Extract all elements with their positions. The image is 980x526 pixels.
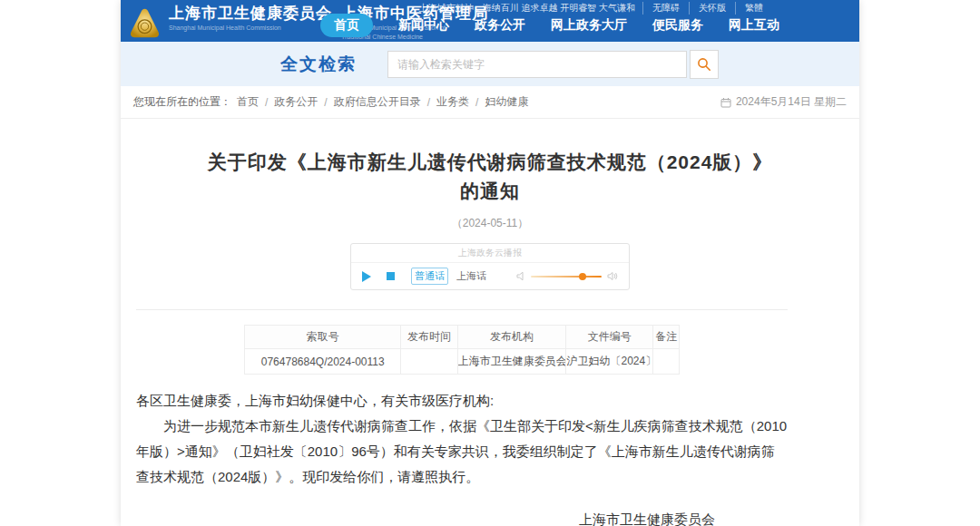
gov-emblem-icon [128, 6, 162, 40]
meta-header-index-number: 索取号 [245, 326, 401, 349]
breadcrumb: 您现在所在的位置： 首页 / 政务公开 / 政府信息公开目录 / 业务类 / 妇… [121, 86, 859, 119]
org-primary-name: 上海市卫生健康委员会 [169, 5, 332, 23]
article: 关于印发《上海市新生儿遗传代谢病筛查技术规范（2024版）》 的通知 （2024… [121, 148, 859, 526]
volume-high-icon [607, 271, 618, 281]
page-title-line1: 关于印发《上海市新生儿遗传代谢病筛查技术规范（2024版）》 [121, 148, 859, 177]
volume-control [516, 271, 618, 281]
meta-value-remarks [653, 349, 680, 375]
site-header: 上海市卫生健康委员会 Shanghai Municipal Health Com… [121, 0, 859, 42]
meta-value-issuing-agency: 上海市卫生健康委员会 [457, 349, 566, 375]
nav-news-center[interactable]: 新闻中心 [398, 17, 449, 34]
play-icon[interactable] [362, 271, 371, 282]
publish-date: （2024-05-11） [121, 216, 859, 231]
meta-header-remarks: 备注 [653, 326, 680, 349]
mandarin-tab[interactable]: 普通话 [411, 268, 448, 285]
volume-slider[interactable] [531, 276, 602, 278]
current-date-text: 2024年5月14日 星期二 [736, 94, 847, 110]
care-version-link[interactable]: 关怀版 [689, 2, 735, 15]
audio-reader-controls: 普通话 上海话 [351, 263, 629, 289]
volume-slider-handle[interactable] [579, 273, 586, 280]
search-button[interactable] [690, 50, 719, 79]
nav-gov-affairs[interactable]: 政务公开 [475, 17, 525, 34]
meta-header-publish-time: 发布时间 [401, 326, 457, 349]
site-window: 上海市卫生健康委员会 Shanghai Municipal Health Com… [121, 0, 859, 526]
breadcrumb-prefix: 您现在所在的位置： [133, 94, 231, 110]
page-title-line2: 的通知 [121, 177, 859, 206]
search-band: 全文检索 [121, 42, 859, 86]
meta-header-row: 索取号 发布时间 发布机构 文件编号 备注 [245, 326, 680, 349]
breadcrumb-info-directory[interactable]: 政府信息公开目录 [334, 94, 421, 110]
breadcrumb-separator: / [475, 96, 478, 109]
search-icon [697, 57, 711, 72]
nav-public-services[interactable]: 便民服务 [652, 17, 703, 34]
city-spirit-slogan: 上海城市精神：海纳百川 追求卓越 开明睿智 大气谦和 [419, 2, 642, 15]
article-body: 索取号 发布时间 发布机构 文件编号 备注 076478684Q/2024-00… [136, 309, 788, 526]
calendar-icon [720, 97, 731, 108]
nav-online-hall[interactable]: 网上政务大厅 [551, 17, 627, 34]
breadcrumb-gov-affairs[interactable]: 政务公开 [274, 94, 318, 110]
org-primary-english: Shanghai Municipal Health Commission [169, 24, 332, 32]
signature-block: 上海市卫生健康委员会 2024年5月10日 [136, 511, 788, 526]
page-title: 关于印发《上海市新生儿遗传代谢病筛查技术规范（2024版）》 的通知 [121, 148, 859, 206]
fulltext-search-label: 全文检索 [280, 53, 357, 76]
meta-value-publish-time [401, 349, 457, 375]
volume-low-icon [516, 271, 525, 281]
breadcrumb-business-category[interactable]: 业务类 [436, 94, 469, 110]
traditional-chinese-link[interactable]: 繁體 [735, 2, 772, 15]
meta-value-index-number: 076478684Q/2024-00113 [245, 349, 401, 375]
nav-online-interaction[interactable]: 网上互动 [729, 17, 779, 34]
top-utility-bar: 上海城市精神：海纳百川 追求卓越 开明睿智 大气谦和 无障碍 关怀版 繁體 [419, 2, 772, 15]
breadcrumb-maternal-child-health[interactable]: 妇幼健康 [485, 94, 528, 110]
meta-value-document-number: 沪卫妇幼〔2024〕17号 [566, 349, 653, 375]
audio-reader-caption: 上海政务云播报 [351, 244, 629, 263]
breadcrumb-home[interactable]: 首页 [237, 94, 259, 110]
meta-header-issuing-agency: 发布机构 [457, 326, 566, 349]
search-input[interactable] [387, 51, 687, 78]
breadcrumb-separator: / [427, 96, 430, 109]
shanghainese-tab[interactable]: 上海话 [456, 269, 486, 283]
audio-reader-widget: 上海政务云播报 普通话 上海话 [350, 243, 630, 290]
document-meta-table: 索取号 发布时间 发布机构 文件编号 备注 076478684Q/2024-00… [244, 325, 680, 375]
accessibility-link[interactable]: 无障碍 [642, 2, 689, 15]
notice-paragraph: 为进一步规范本市新生儿遗传代谢病筛查工作，依据《卫生部关于印发<新生儿疾病筛查技… [136, 414, 788, 490]
main-navigation: 首页 新闻中心 政务公开 网上政务大厅 便民服务 网上互动 [320, 14, 779, 37]
meta-data-row: 076478684Q/2024-00113 上海市卫生健康委员会 沪卫妇幼〔20… [245, 349, 680, 375]
notice-salutation: 各区卫生健康委，上海市妇幼保健中心，有关市级医疗机构: [136, 388, 788, 414]
notice-text: 各区卫生健康委，上海市妇幼保健中心，有关市级医疗机构: 为进一步规范本市新生儿遗… [136, 388, 788, 490]
meta-header-document-number: 文件编号 [566, 326, 653, 349]
stop-icon[interactable] [387, 272, 395, 280]
section-divider [136, 309, 788, 310]
nav-home[interactable]: 首页 [320, 14, 373, 37]
current-date: 2024年5月14日 星期二 [720, 94, 847, 110]
breadcrumb-separator: / [265, 96, 268, 109]
breadcrumb-separator: / [324, 96, 327, 109]
signature-organization: 上海市卫生健康委员会 [136, 511, 788, 526]
org-primary: 上海市卫生健康委员会 Shanghai Municipal Health Com… [169, 5, 332, 32]
